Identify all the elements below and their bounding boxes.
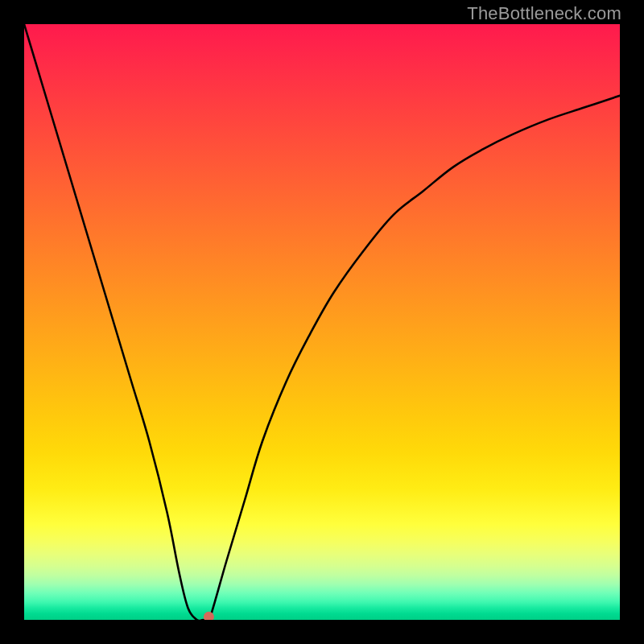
chart-frame: TheBottleneck.com [0,0,644,644]
bottleneck-curve [24,24,620,620]
plot-area [24,24,620,620]
curve-svg [24,24,620,620]
watermark-text: TheBottleneck.com [467,3,621,24]
